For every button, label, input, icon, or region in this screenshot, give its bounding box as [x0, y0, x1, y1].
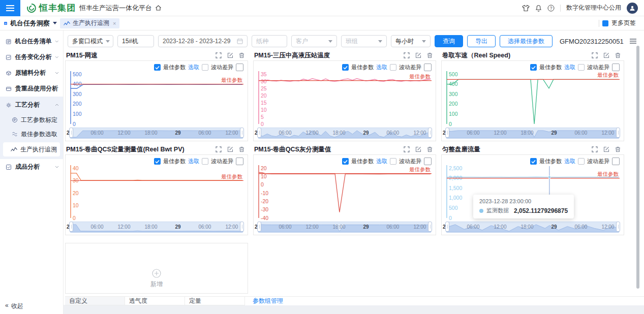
fluctuation-checkbox[interactable] — [202, 158, 208, 165]
best-param-checkbox[interactable] — [342, 158, 349, 165]
close-icon[interactable]: × — [113, 20, 116, 26]
delete-icon[interactable] — [239, 52, 244, 58]
pick-link[interactable]: 选取 — [376, 64, 387, 71]
best-param-checkbox[interactable] — [154, 158, 161, 165]
brush-handle-right[interactable] — [616, 128, 620, 138]
best-param-checkbox[interactable] — [530, 158, 537, 165]
help-icon[interactable]: ? — [547, 5, 555, 12]
add-chart-panel-button[interactable]: 新增 — [65, 243, 248, 294]
brush-handle-right[interactable] — [428, 222, 432, 232]
fluctuation-checkbox[interactable] — [578, 64, 585, 71]
pick-link[interactable]: 选取 — [188, 158, 199, 165]
brush-handle-left[interactable] — [445, 222, 449, 232]
bottom-tab-permeability[interactable]: 透气度 — [125, 297, 185, 305]
timeline-brush[interactable]: 2806:0012:0018:002906:0012:00 — [446, 222, 620, 233]
brush-handle-left[interactable] — [69, 222, 73, 232]
delete-icon[interactable] — [615, 146, 621, 152]
delete-icon[interactable] — [615, 52, 621, 58]
fluctuation-checkbox[interactable] — [390, 158, 396, 165]
brush-handle-left[interactable] — [257, 222, 261, 232]
pick-link[interactable]: 选取 — [376, 158, 387, 165]
sidebar-item-valuables-usage[interactable]: 贵重品使用分析 — [0, 81, 63, 97]
pick-link[interactable]: 选取 — [564, 158, 575, 165]
sidebar-item-task-change[interactable]: 任务变化分析 — [0, 49, 63, 65]
home-icon[interactable] — [155, 5, 162, 11]
export-button[interactable]: 导出 — [467, 35, 496, 47]
query-button[interactable]: 查询 — [435, 35, 463, 47]
date-range-picker[interactable]: 2023-12-28 - 2023-12-29 — [158, 35, 248, 47]
extra-checkbox[interactable] — [236, 158, 243, 165]
brush-handle-right[interactable] — [616, 222, 620, 232]
sidebar-item-raw-material[interactable]: 原辅料分析 — [0, 65, 63, 81]
timeline-brush[interactable]: 2806:0012:0018:002906:0012:00 — [446, 128, 620, 139]
timeline-brush[interactable]: 2806:0012:0018:002906:0012:00 — [258, 222, 432, 233]
fullscreen-icon[interactable] — [592, 146, 598, 152]
time-label: 12:00 — [305, 222, 318, 232]
delete-icon[interactable] — [239, 146, 244, 152]
brush-handle-right[interactable] — [240, 222, 244, 232]
sidebar-item-production-trace[interactable]: 生产执行追溯 — [3, 142, 60, 156]
edit-icon[interactable] — [415, 146, 421, 152]
chart-panel-6: 匀整盘磨流量最佳参数选取波动差异05001,0001,5002,0002,500… — [441, 145, 624, 235]
edit-icon[interactable] — [603, 146, 609, 152]
brush-handle-right[interactable] — [428, 128, 432, 138]
panel-list-menu-icon[interactable] — [630, 41, 636, 42]
tab-production-trace[interactable]: 生产执行追溯 × — [60, 18, 119, 28]
team-select[interactable]: 班组 — [341, 35, 387, 47]
theme-shirt-icon[interactable] — [522, 5, 530, 12]
fullscreen-icon[interactable] — [404, 146, 410, 152]
timeline-brush[interactable]: 2806:0012:0018:002906:0012:00 — [258, 128, 432, 139]
fullscreen-icon[interactable] — [404, 52, 410, 58]
sidebar-item-label: 原辅料分析 — [15, 69, 51, 77]
interval-select[interactable]: 每小时 — [391, 35, 431, 47]
brush-handle-left[interactable] — [69, 128, 73, 138]
extra-checkbox[interactable] — [236, 64, 243, 71]
edit-icon[interactable] — [227, 146, 233, 152]
fullscreen-icon[interactable] — [216, 146, 222, 152]
customer-select[interactable]: 客户 — [291, 35, 337, 47]
delete-icon[interactable] — [427, 52, 433, 58]
module-switcher[interactable]: 机台任务洞察 — [0, 19, 57, 28]
pick-link[interactable]: 选取 — [188, 64, 199, 71]
best-param-checkbox[interactable] — [154, 64, 161, 71]
extra-checkbox[interactable] — [612, 158, 620, 165]
collapse-sidebar-button[interactable]: « 收起 — [5, 302, 23, 310]
extra-checkbox[interactable] — [424, 158, 432, 165]
fullscreen-icon[interactable] — [216, 52, 222, 58]
pick-link[interactable]: 选取 — [564, 64, 575, 71]
sidebar-item-best-param-pick[interactable]: 最佳参数选取 — [0, 127, 63, 141]
more-tabs-button[interactable]: 更多页签 — [599, 19, 644, 27]
machine-input[interactable] — [117, 35, 154, 47]
sidebar-item-product-analysis[interactable]: 成品分析 — [0, 159, 63, 175]
fluctuation-checkbox[interactable] — [390, 64, 396, 71]
sidebar-item-process-analysis[interactable]: 工艺分析 — [0, 97, 63, 113]
bell-icon[interactable] — [535, 5, 542, 12]
delete-icon[interactable] — [427, 146, 433, 152]
timeline-brush[interactable]: 2806:0012:0018:002906:0012:00 — [70, 128, 243, 139]
timeline-brush[interactable]: 2806:0012:0018:002906:0012:00 — [70, 222, 243, 233]
paper-type-input[interactable] — [252, 35, 287, 47]
edit-icon[interactable] — [227, 52, 233, 58]
edit-icon[interactable] — [415, 52, 421, 58]
best-param-checkbox[interactable] — [342, 64, 349, 71]
avatar[interactable] — [627, 3, 638, 14]
menu-toggle-button[interactable] — [0, 0, 20, 16]
brush-handle-left[interactable] — [445, 128, 449, 138]
scrollbar-thumb[interactable] — [636, 46, 639, 289]
bottom-tab-basis-weight[interactable]: 定量 — [185, 297, 245, 305]
fluctuation-checkbox[interactable] — [578, 158, 585, 165]
best-param-checkbox[interactable] — [530, 64, 537, 71]
select-best-param-button[interactable]: 选择最佳参数 — [500, 35, 553, 47]
sidebar-item-param-calibration[interactable]: 工艺参数标定 — [0, 113, 63, 127]
bottom-tab-custom[interactable]: 自定义 — [65, 297, 125, 305]
extra-checkbox[interactable] — [612, 64, 620, 71]
extra-checkbox[interactable] — [424, 64, 432, 71]
brush-handle-right[interactable] — [240, 128, 244, 138]
brush-handle-left[interactable] — [257, 128, 261, 138]
edit-icon[interactable] — [603, 52, 609, 58]
fluctuation-checkbox[interactable] — [202, 64, 208, 71]
fullscreen-icon[interactable] — [592, 52, 598, 58]
window-mode-select[interactable]: 多窗口模式 — [68, 35, 113, 47]
param-group-manage-link[interactable]: 参数组管理 — [245, 297, 283, 305]
sidebar-item-task-list[interactable]: 机台任务清单 — [0, 34, 63, 49]
